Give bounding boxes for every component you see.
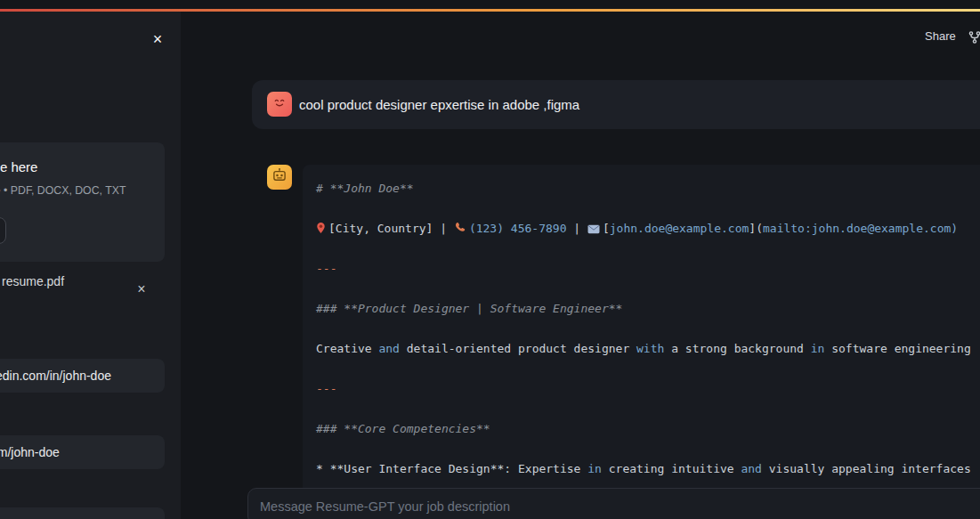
- code-line: ---: [316, 369, 980, 409]
- chat-input-placeholder: Message Resume-GPT your job description: [260, 489, 510, 519]
- keyword-text: and: [741, 462, 761, 475]
- core-competencies-heading: ### **Core Competencies**: [316, 422, 490, 435]
- separator-text: |: [566, 222, 587, 235]
- bullet-text: visually appealing interfaces: [762, 462, 971, 475]
- email-link-text: john.doe@example.com: [610, 222, 749, 235]
- sidebar: × Drag and drop file here Limit 200MB pe…: [0, 12, 181, 519]
- code-line: ---: [316, 248, 980, 288]
- summary-text: detail-oriented product designer: [400, 342, 636, 355]
- github-url-value: github.com/john-doe: [0, 435, 60, 469]
- phone-number-text: (123) 456-7890: [469, 222, 567, 235]
- summary-text: Creative: [316, 342, 378, 355]
- email-icon: [587, 210, 600, 250]
- github-url-input[interactable]: github.com/john-doe: [0, 435, 165, 469]
- bracket-text: [: [603, 222, 610, 235]
- uploaded-file-name: resume.pdf: [2, 274, 64, 288]
- code-line: Creative and detail-oriented product des…: [316, 328, 980, 369]
- chat-message-input[interactable]: Message Resume-GPT your job description: [247, 488, 980, 519]
- assistant-markdown-code-block: # **John Doe** [City, Country] | (123) 4…: [303, 165, 980, 519]
- keyword-text: and: [378, 342, 399, 355]
- keyword-text: with: [636, 342, 664, 355]
- user-message: cool product designer epxertise in adobe…: [252, 80, 980, 129]
- sidebar-bottom-input[interactable]: [0, 507, 165, 519]
- app-decoration-bar: [0, 9, 980, 12]
- keyword-text: in: [811, 342, 825, 355]
- code-line: ### **Product Designer | Software Engine…: [316, 288, 980, 328]
- location-text: [City, Country] |: [328, 222, 454, 235]
- summary-text: a strong background: [664, 342, 810, 355]
- horizontal-rule-text: ---: [316, 382, 336, 395]
- browse-files-button[interactable]: Browse files: [0, 217, 6, 244]
- code-line: [City, Country] | (123) 456-7890 | [john…: [316, 208, 980, 248]
- resume-name-heading: # **John Doe**: [316, 182, 414, 195]
- mailto-link-text: mailto:john.doe@example.com): [763, 222, 958, 235]
- linkedin-url-value: linkedin.com/in/john-doe: [0, 359, 111, 393]
- horizontal-rule-text: ---: [316, 262, 336, 275]
- keyword-text: in: [587, 462, 602, 475]
- remove-file-button[interactable]: ×: [132, 280, 151, 299]
- dropzone-limit-hint: Limit 200MB per file • PDF, DOCX, DOC, T…: [0, 184, 126, 197]
- pin-icon: [316, 210, 326, 250]
- dropzone-title: Drag and drop file here: [0, 159, 37, 174]
- assistant-avatar: [267, 165, 292, 190]
- bullet-text: * **User Interface Design**: Expertise: [316, 462, 587, 475]
- summary-text: software engineering: [824, 342, 970, 355]
- sidebar-close-button[interactable]: ×: [147, 28, 168, 50]
- close-icon: ×: [153, 30, 163, 48]
- close-icon: ×: [137, 281, 145, 296]
- code-line: ### **Core Competencies**: [316, 409, 980, 449]
- bullet-text: creating intuitive: [602, 462, 741, 475]
- robot-icon: [271, 167, 288, 187]
- user-message-text: cool product designer epxertise in adobe…: [299, 80, 579, 129]
- fork-icon[interactable]: [968, 30, 980, 48]
- code-line: * **User Interface Design**: Expertise i…: [316, 449, 980, 489]
- share-button[interactable]: Share: [925, 29, 956, 43]
- file-uploader-dropzone[interactable]: Drag and drop file here Limit 200MB per …: [0, 142, 165, 262]
- linkedin-url-input[interactable]: linkedin.com/in/john-doe: [0, 359, 165, 393]
- user-avatar: [267, 92, 292, 117]
- bracket-text: ](: [749, 222, 763, 235]
- code-line: # **John Doe**: [316, 168, 980, 208]
- job-title-heading: ### **Product Designer | Software Engine…: [316, 302, 622, 315]
- smiley-face-icon: [271, 94, 288, 114]
- phone-icon: [454, 210, 466, 250]
